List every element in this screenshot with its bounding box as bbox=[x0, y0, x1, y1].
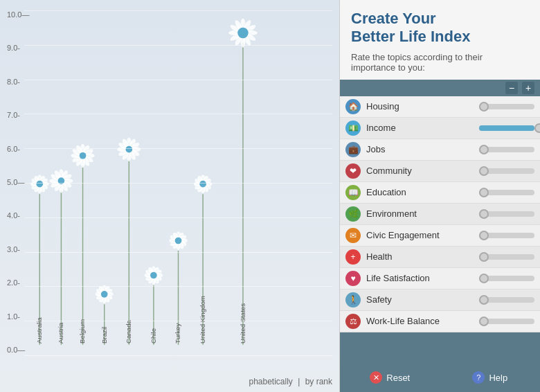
topic-slider[interactable] bbox=[479, 233, 534, 238]
grid-line bbox=[24, 114, 332, 114]
topic-icon: 🌿 bbox=[345, 206, 361, 222]
svg-point-58 bbox=[101, 291, 108, 298]
topic-row: +Health bbox=[340, 247, 540, 268]
grid-line bbox=[24, 321, 332, 321]
topic-row: ⚖Work-Life Balance bbox=[340, 311, 540, 332]
topic-slider-container[interactable] bbox=[479, 297, 534, 303]
help-button[interactable]: ? Help bbox=[440, 367, 541, 388]
topic-slider-thumb[interactable] bbox=[479, 317, 489, 326]
topic-icon: + bbox=[345, 249, 361, 265]
topic-row: 📖Education bbox=[340, 182, 540, 204]
topic-name: Jobs bbox=[366, 144, 479, 154]
topic-slider[interactable] bbox=[479, 147, 534, 152]
grid-line bbox=[24, 252, 332, 253]
grid-line bbox=[24, 286, 332, 287]
flowers-area: AustraliaAustriaBelgiumBrazilCanadaChile… bbox=[24, 10, 332, 364]
topic-slider-container[interactable] bbox=[479, 147, 534, 152]
minimize-button[interactable]: − bbox=[505, 82, 518, 94]
help-label: Help bbox=[489, 373, 507, 383]
topic-icon: 📖 bbox=[345, 185, 361, 200]
topic-name: Community bbox=[366, 166, 479, 176]
topic-icon: 🚶 bbox=[345, 292, 361, 308]
topic-slider-container[interactable] bbox=[479, 211, 534, 217]
topic-icon: 💼 bbox=[345, 142, 361, 157]
topic-name: Environment bbox=[366, 208, 479, 219]
topic-slider[interactable] bbox=[479, 297, 534, 303]
topic-row: 🚶Safety bbox=[340, 289, 540, 311]
sort-alpha[interactable]: phabetically bbox=[249, 377, 292, 386]
topic-slider-thumb[interactable] bbox=[479, 231, 489, 240]
svg-text:Turkey: Turkey bbox=[174, 323, 181, 344]
topic-slider-thumb[interactable] bbox=[534, 123, 540, 133]
topic-slider-thumb[interactable] bbox=[479, 145, 489, 154]
topic-slider-thumb[interactable] bbox=[479, 188, 489, 197]
svg-text:Brazil: Brazil bbox=[100, 327, 108, 344]
topic-name: Income bbox=[366, 123, 479, 133]
topic-slider-container[interactable] bbox=[479, 233, 534, 238]
topic-row: 💵Income bbox=[340, 118, 540, 139]
topic-slider-container[interactable] bbox=[479, 104, 534, 109]
chart-area: 10.0—9.0-8.0-7.0-6.0-5.0—4.0-3.0-2.0-1.0… bbox=[0, 0, 339, 392]
svg-text:United Kingdom: United Kingdom bbox=[199, 296, 206, 344]
grid-line bbox=[24, 45, 332, 46]
topic-name: Education bbox=[366, 187, 479, 197]
panel-title: Create Your Better Life Index bbox=[351, 10, 529, 46]
sort-labels: phabetically | by rank bbox=[249, 377, 332, 386]
maximize-button[interactable]: + bbox=[522, 82, 534, 94]
topic-icon: ✉ bbox=[345, 228, 361, 243]
topic-row: 💼Jobs bbox=[340, 139, 540, 161]
topics-list: 🏠Housing💵Income💼Jobs❤Community📖Education… bbox=[340, 96, 540, 332]
svg-text:Austria: Austria bbox=[57, 322, 64, 344]
topic-name: Health bbox=[366, 251, 479, 262]
grid-line bbox=[24, 217, 332, 218]
panel-header: Create Your Better Life Index Rate the t… bbox=[340, 0, 540, 80]
topic-name: Housing bbox=[366, 101, 479, 112]
reset-button[interactable]: ✕ Reset bbox=[340, 367, 440, 388]
svg-text:United States: United States bbox=[239, 303, 246, 344]
topic-slider-fill bbox=[479, 125, 534, 131]
topic-slider[interactable] bbox=[479, 168, 534, 174]
svg-point-73 bbox=[125, 146, 132, 153]
topic-slider[interactable] bbox=[479, 190, 534, 195]
topic-slider[interactable] bbox=[479, 319, 534, 324]
topic-icon: 💵 bbox=[345, 121, 361, 136]
sort-rank[interactable]: by rank bbox=[305, 377, 332, 386]
topic-name: Civic Engagement bbox=[366, 230, 479, 240]
svg-text:Chile: Chile bbox=[150, 328, 157, 344]
topic-slider-container[interactable] bbox=[479, 190, 534, 195]
topic-slider-thumb[interactable] bbox=[479, 102, 489, 112]
grid-line bbox=[24, 148, 332, 149]
topic-icon: ⚖ bbox=[345, 314, 361, 329]
right-panel: Create Your Better Life Index Rate the t… bbox=[339, 0, 540, 392]
svg-point-118 bbox=[199, 181, 206, 188]
topic-name: Work-Life Balance bbox=[366, 316, 479, 326]
svg-point-103 bbox=[175, 238, 182, 244]
sort-separator: | bbox=[298, 377, 300, 386]
topic-slider-thumb[interactable] bbox=[479, 295, 489, 305]
topic-slider-container[interactable] bbox=[479, 125, 534, 131]
topic-slider-container[interactable] bbox=[479, 254, 534, 260]
reset-label: Reset bbox=[386, 373, 410, 383]
help-icon: ? bbox=[472, 371, 485, 384]
panel-subtitle: Rate the topics according to their impor… bbox=[351, 52, 529, 73]
topic-icon: 🏠 bbox=[345, 99, 361, 114]
topic-slider-thumb[interactable] bbox=[479, 252, 489, 262]
topic-slider-thumb[interactable] bbox=[479, 166, 489, 176]
topic-slider-container[interactable] bbox=[479, 319, 534, 324]
topic-slider-container[interactable] bbox=[479, 168, 534, 174]
topic-icon: ❤ bbox=[345, 163, 361, 179]
topic-row: ♥Life Satisfaction bbox=[340, 268, 540, 289]
topic-slider-thumb[interactable] bbox=[479, 274, 489, 283]
topic-slider-thumb[interactable] bbox=[479, 209, 489, 219]
topic-icon: ♥ bbox=[345, 271, 361, 286]
svg-point-13 bbox=[36, 181, 43, 188]
topic-slider[interactable] bbox=[479, 276, 534, 281]
svg-text:Belgium: Belgium bbox=[78, 319, 86, 344]
topic-slider[interactable] bbox=[479, 211, 534, 217]
svg-point-133 bbox=[237, 28, 248, 38]
topic-slider[interactable] bbox=[479, 125, 534, 131]
topic-slider[interactable] bbox=[479, 104, 534, 109]
main-container: 10.0—9.0-8.0-7.0-6.0-5.0—4.0-3.0-2.0-1.0… bbox=[0, 0, 540, 392]
topic-slider-container[interactable] bbox=[479, 276, 534, 281]
topic-slider[interactable] bbox=[479, 254, 534, 260]
